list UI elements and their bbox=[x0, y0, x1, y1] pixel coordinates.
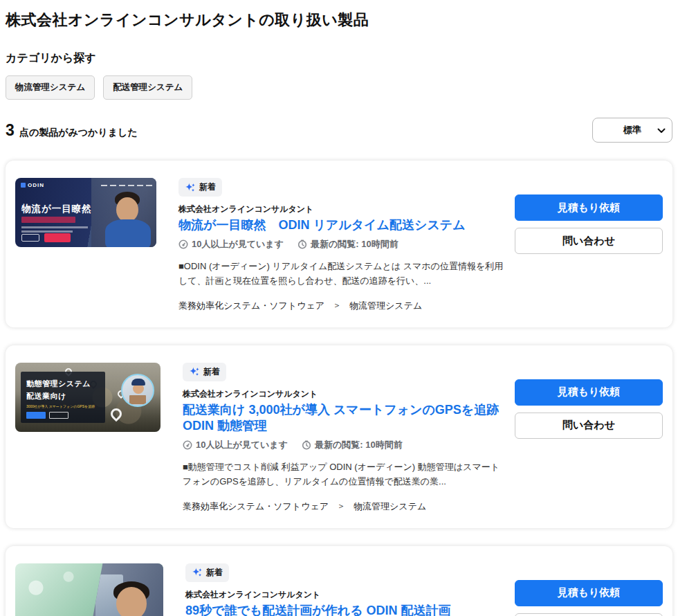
new-badge-label: 新着 bbox=[206, 567, 223, 579]
thumbnail-site-header: ODIN bbox=[21, 182, 152, 188]
product-card: ODIN 物流が一目瞭然 新着 株式会社オンラインコンサルタント 物流が一目瞭然… bbox=[6, 161, 672, 327]
category-chip-row: 物流管理システム 配送管理システム bbox=[6, 75, 672, 100]
viewers-stat: 10人以上が見ています bbox=[178, 238, 284, 251]
breadcrumb-category-parent[interactable]: 業務効率化システム・ソフトウェア bbox=[178, 300, 324, 312]
card-actions: 見積もり依頼 問い合わせ bbox=[515, 379, 663, 513]
product-thumbnail[interactable]: 動態管理システム 配送業向け 3000社が導入 スマートフォンのGPSを追跡 bbox=[15, 363, 161, 432]
delivery-man-photo bbox=[121, 374, 154, 407]
product-thumbnail[interactable]: ODIN 物流が一目瞭然 bbox=[15, 178, 156, 247]
quote-request-button[interactable]: 見積もり依頼 bbox=[515, 194, 663, 221]
recent-view-stat: 最新の閲覧: 10時間前 bbox=[297, 238, 398, 251]
new-badge: 新着 bbox=[178, 178, 222, 197]
category-heading: カテゴリから探す bbox=[6, 51, 672, 66]
product-description: ■ODIN (オーディーン) リアルタイム配送システムとは スマホの位置情報を利… bbox=[178, 260, 505, 287]
results-row: 3 点の製品がみつかりました 標準 bbox=[6, 118, 672, 143]
product-description: ■動態管理でコスト削減 利益アップ ODIN (オーディーン) 動態管理はスマー… bbox=[183, 460, 505, 488]
driver-photo-figure bbox=[102, 188, 151, 247]
results-count: 3 bbox=[6, 121, 15, 140]
recent-view-stat-label: 最新の閲覧: 10時間前 bbox=[315, 439, 403, 451]
contact-button[interactable]: 問い合わせ bbox=[515, 613, 663, 616]
odin-logo: ODIN bbox=[21, 182, 44, 188]
card-actions: 見積もり依頼 問い合わせ bbox=[515, 194, 663, 312]
breadcrumb-category-child[interactable]: 物流管理システム bbox=[354, 500, 426, 513]
sparkle-icon bbox=[192, 567, 203, 578]
map-pin-icon bbox=[109, 406, 125, 422]
thumbnail-mini-buttons bbox=[26, 412, 68, 419]
product-stats: 10人以上が見ています 最新の閲覧: 10時間前 bbox=[183, 439, 403, 451]
quote-request-button[interactable]: 見積もり依頼 bbox=[515, 580, 663, 606]
thumbnail-nav-links bbox=[101, 185, 152, 186]
product-info: 新着 株式会社オンラインコンサルタント 物流が一目瞭然 ODIN リアルタイム配… bbox=[178, 178, 505, 312]
odin-logo-mark bbox=[21, 183, 26, 188]
breadcrumb-category-parent[interactable]: 業務効率化システム・ソフトウェア bbox=[183, 500, 329, 513]
product-title-link[interactable]: 物流が一目瞭然 ODIN リアルタイム配送システム bbox=[178, 217, 466, 233]
clock-icon bbox=[302, 440, 311, 450]
product-title-link[interactable]: 89秒で誰でも配送計画が作れる ODIN 配送計画 bbox=[185, 603, 451, 616]
thumbnail-headline: 物流が一目瞭然 bbox=[21, 203, 92, 215]
new-badge: 新着 bbox=[185, 563, 229, 582]
sort-select[interactable]: 標準 bbox=[592, 118, 672, 143]
thumbnail-overlay-box: 動態管理システム 配送業向け 3000社が導入 スマートフォンのGPSを追跡 bbox=[21, 372, 105, 423]
product-card: 動態管理システム 配送業向け 3000社が導入 スマートフォンのGPSを追跡 新… bbox=[6, 345, 672, 528]
results-suffix: 点の製品がみつかりました bbox=[19, 127, 138, 139]
breadcrumb-category-child[interactable]: 物流管理システム bbox=[349, 300, 422, 312]
page-title: 株式会社オンラインコンサルタントの取り扱い製品 bbox=[6, 10, 672, 30]
thumbnail-headline-line1: 動態管理システム bbox=[26, 379, 91, 388]
thumbnail-subtext: 3000社が導入 スマートフォンのGPSを追跡 bbox=[26, 404, 100, 410]
product-thumbnail[interactable]: ODIN オーディーン 配送計画 89秒で配送計画が作成できる、配送業のコスト削… bbox=[15, 563, 163, 616]
company-name: 株式会社オンラインコンサルタント bbox=[185, 589, 320, 601]
product-list-page: 株式会社オンラインコンサルタントの取り扱い製品 カテゴリから探す 物流管理システ… bbox=[0, 0, 678, 616]
sparkle-icon bbox=[189, 366, 200, 377]
breadcrumb: 業務効率化システム・ソフトウェア ＞ 物流管理システム bbox=[183, 500, 426, 513]
viewers-stat-label: 10人以上が見ています bbox=[196, 439, 288, 451]
company-name: 株式会社オンラインコンサルタント bbox=[178, 203, 313, 215]
company-name: 株式会社オンラインコンサルタント bbox=[183, 388, 318, 400]
sort-select-value: 標準 bbox=[623, 124, 641, 136]
card-actions: 見積もり依頼 問い合わせ bbox=[515, 580, 663, 616]
product-info: 新着 株式会社オンラインコンサルタント 89秒で誰でも配送計画が作れる ODIN… bbox=[185, 563, 505, 616]
breadcrumb-separator: ＞ bbox=[333, 300, 341, 311]
product-info: 新着 株式会社オンラインコンサルタント 配送業向け 3,000社が導入 スマート… bbox=[183, 363, 505, 513]
viewers-stat-label: 10人以上が見ています bbox=[192, 238, 284, 251]
new-badge-label: 新着 bbox=[199, 181, 216, 193]
gauge-icon bbox=[183, 440, 192, 450]
breadcrumb: 業務効率化システム・ソフトウェア ＞ 物流管理システム bbox=[178, 300, 422, 312]
thumbnail-headline-line2: 配送業向け bbox=[26, 392, 66, 400]
thumbnail-cta-button bbox=[44, 233, 71, 242]
quote-request-button[interactable]: 見積もり依頼 bbox=[515, 379, 663, 406]
thumbnail-sub-banner bbox=[21, 217, 75, 223]
product-stats: 10人以上が見ています 最新の閲覧: 10時間前 bbox=[178, 238, 398, 251]
product-card: ODIN オーディーン 配送計画 89秒で配送計画が作成できる、配送業のコスト削… bbox=[6, 546, 672, 616]
gauge-icon bbox=[178, 239, 188, 249]
category-chip-delivery[interactable]: 配送管理システム bbox=[103, 75, 192, 100]
new-badge: 新着 bbox=[183, 363, 226, 381]
new-badge-label: 新着 bbox=[203, 366, 220, 378]
results-count-text: 3 点の製品がみつかりました bbox=[6, 121, 138, 140]
recent-view-stat-label: 最新の閲覧: 10時間前 bbox=[311, 238, 398, 251]
product-title-link[interactable]: 配送業向け 3,000社が導入 スマートフォンのGPSを追跡 ODIN 動態管理 bbox=[183, 402, 505, 435]
contact-button[interactable]: 問い合わせ bbox=[515, 413, 663, 439]
viewers-stat: 10人以上が見ています bbox=[183, 439, 288, 451]
contact-button[interactable]: 問い合わせ bbox=[515, 228, 663, 254]
recent-view-stat: 最新の閲覧: 10時間前 bbox=[302, 439, 403, 451]
category-chip-logistics[interactable]: 物流管理システム bbox=[6, 75, 95, 100]
sparkle-icon bbox=[185, 182, 196, 193]
breadcrumb-separator: ＞ bbox=[337, 500, 345, 512]
clock-icon bbox=[297, 239, 307, 249]
thumbnail-ghost-button bbox=[21, 234, 39, 242]
chevron-down-icon bbox=[657, 128, 666, 134]
